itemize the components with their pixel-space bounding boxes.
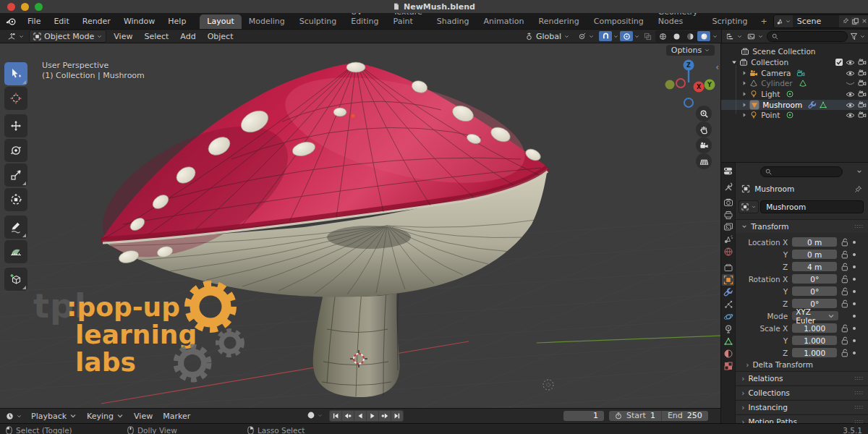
shading-options-chevron[interactable]	[712, 34, 718, 39]
lock-icon[interactable]	[841, 250, 848, 259]
animate-dot[interactable]	[853, 327, 856, 330]
outliner-item-point[interactable]: Point	[721, 110, 868, 120]
orientation-dropdown[interactable]: Global	[522, 30, 573, 42]
workspace-tab-scripting[interactable]: Scripting	[705, 14, 755, 29]
properties-tab-texture[interactable]	[722, 360, 734, 372]
scene-icon[interactable]	[774, 15, 793, 27]
panel-relations[interactable]: ›Relations∷∷	[736, 371, 868, 385]
transform-panel-header[interactable]: Transform ∷∷	[736, 219, 868, 233]
tool-scale[interactable]	[4, 163, 27, 187]
render-visibility-icon[interactable]	[858, 90, 867, 98]
next-keyframe-button[interactable]	[379, 411, 391, 421]
jump-last-button[interactable]	[391, 411, 403, 421]
menu-file[interactable]: File	[21, 13, 47, 29]
properties-tab-physics[interactable]	[722, 311, 734, 323]
eye-closed-icon[interactable]	[846, 80, 855, 87]
delete-scene-icon[interactable]	[861, 18, 867, 24]
value-field[interactable]: 0 m	[792, 250, 837, 259]
properties-tab-view-layer[interactable]	[722, 221, 734, 233]
workspace-tab-modeling[interactable]: Modeling	[242, 14, 292, 29]
lock-icon[interactable]	[841, 238, 848, 247]
pin-icon[interactable]	[842, 17, 849, 25]
value-field[interactable]: 0 m	[792, 237, 837, 247]
play-button[interactable]	[367, 411, 378, 421]
animate-dot[interactable]	[853, 302, 856, 305]
jump-first-button[interactable]	[330, 411, 341, 421]
lock-icon[interactable]	[841, 349, 848, 357]
pivot-dropdown[interactable]	[574, 30, 597, 42]
eye-icon[interactable]	[846, 91, 855, 98]
outliner-item-light[interactable]: Light	[721, 89, 868, 99]
viewport-menu-object[interactable]: Object	[202, 30, 239, 42]
outliner-filter-icon[interactable]	[850, 33, 858, 41]
render-visibility-icon[interactable]	[858, 59, 867, 66]
timeline-menu-view[interactable]: View	[129, 412, 158, 421]
animate-dot[interactable]	[853, 315, 856, 318]
tool-move[interactable]	[4, 114, 27, 137]
frame-end-field[interactable]: End 250	[662, 411, 708, 421]
properties-options-chevron[interactable]	[856, 169, 862, 174]
timeline-menu-marker[interactable]: Marker	[158, 412, 195, 421]
panel-collections[interactable]: ›Collections∷∷	[736, 386, 868, 399]
snap-toggle[interactable]	[599, 31, 612, 41]
pan-hand-button[interactable]	[696, 122, 712, 137]
zoom-window-button[interactable]	[35, 3, 43, 11]
outliner-item-scene-collection[interactable]: Scene Collection	[721, 46, 868, 56]
render-visibility-icon[interactable]	[858, 111, 867, 119]
shading-wireframe[interactable]	[656, 31, 669, 41]
workspace-tab-rendering[interactable]: Rendering	[532, 14, 587, 29]
value-field[interactable]: 0°	[792, 286, 837, 296]
tool-select-box[interactable]	[4, 62, 27, 85]
scene-name[interactable]: Scene	[793, 17, 839, 26]
object-id-icon-dropdown[interactable]	[739, 200, 759, 213]
gizmo-axis-neg-z[interactable]	[684, 98, 693, 107]
workspace-tab-shading[interactable]: Shading	[430, 14, 477, 29]
auto-key-button[interactable]	[307, 411, 323, 420]
rotation-mode-dropdown[interactable]: XYZ Euler	[792, 311, 838, 320]
pin-id-icon[interactable]	[854, 185, 862, 193]
properties-search-input[interactable]	[760, 166, 843, 177]
outliner-display-mode[interactable]	[725, 30, 744, 42]
outliner-filter-chevron[interactable]	[860, 34, 865, 39]
viewport-menu-view[interactable]: View	[108, 30, 138, 42]
breadcrumb-object-name[interactable]: Mushroom	[754, 184, 794, 193]
tool-transform[interactable]	[4, 188, 27, 211]
viewport-menu-add[interactable]: Add	[174, 30, 201, 42]
prev-keyframe-button[interactable]	[342, 411, 354, 421]
properties-tab-scene[interactable]	[722, 234, 734, 245]
current-frame-field[interactable]: 1	[563, 411, 604, 421]
tool-annotate[interactable]	[4, 216, 27, 239]
lock-icon[interactable]	[841, 336, 848, 345]
animate-dot[interactable]	[853, 241, 856, 244]
value-field[interactable]: 1.000	[792, 336, 837, 345]
properties-tab-particles[interactable]	[722, 299, 734, 310]
panel-instancing[interactable]: ›Instancing∷∷	[736, 400, 868, 414]
menu-render[interactable]: Render	[76, 13, 117, 29]
shading-material[interactable]	[684, 31, 697, 41]
eye-icon[interactable]	[846, 102, 855, 109]
properties-tab-render[interactable]	[722, 197, 734, 208]
properties-tab-output[interactable]	[722, 209, 734, 221]
workspace-tab-animation[interactable]: Animation	[476, 14, 531, 29]
mode-dropdown[interactable]: Object Mode	[29, 30, 106, 43]
properties-tab-collection[interactable]	[722, 262, 734, 273]
workspace-tab-sculpting[interactable]: Sculpting	[292, 14, 344, 29]
shading-rendered[interactable]	[697, 31, 710, 41]
properties-tab-material[interactable]	[722, 348, 734, 359]
timeline-editor-type-button[interactable]	[3, 410, 25, 422]
menu-help[interactable]: Help	[161, 13, 192, 29]
properties-editor-type-button[interactable]	[722, 165, 734, 176]
scene-selector[interactable]: Scene	[773, 14, 868, 28]
outliner-search-input[interactable]	[767, 31, 848, 42]
delta-transform-subpanel[interactable]: ›Delta Transform	[746, 359, 813, 370]
outliner-item-collection[interactable]: Collection	[721, 57, 868, 67]
outliner-filter-type[interactable]	[746, 30, 765, 42]
render-visibility-icon[interactable]	[858, 101, 867, 109]
gizmo-axis-neg-y[interactable]	[665, 80, 675, 90]
xray-toggle[interactable]	[641, 31, 654, 41]
close-window-button[interactable]	[7, 3, 15, 11]
play-reverse-button[interactable]	[354, 411, 366, 421]
mushroom-object[interactable]	[82, 57, 548, 397]
animate-dot[interactable]	[853, 278, 856, 281]
viewport-3d[interactable]: User Perspective (1) Collection | Mushro…	[0, 43, 720, 408]
